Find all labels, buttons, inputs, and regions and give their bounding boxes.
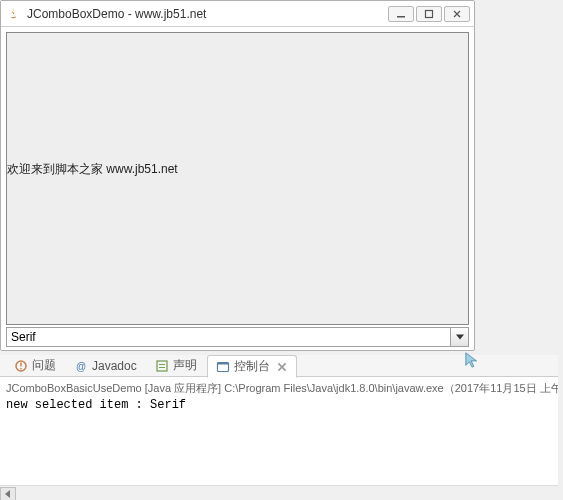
declaration-icon xyxy=(155,359,169,373)
console-icon xyxy=(216,360,230,374)
svg-rect-7 xyxy=(159,364,165,365)
tab-label: 控制台 xyxy=(234,358,270,375)
svg-rect-6 xyxy=(157,361,167,371)
app-window: JComboBoxDemo - www.jb51.net 欢迎来到脚本之家 ww… xyxy=(0,0,475,351)
console-view[interactable]: JComboBoxBasicUseDemo [Java 应用程序] C:\Pro… xyxy=(0,377,558,485)
svg-rect-3 xyxy=(20,362,21,366)
horizontal-scrollbar[interactable] xyxy=(0,485,558,500)
tab-label: 问题 xyxy=(32,357,56,374)
tab-label: Javadoc xyxy=(92,359,137,373)
scroll-left-button[interactable] xyxy=(0,487,16,501)
maximize-button[interactable] xyxy=(416,6,442,22)
window-title: JComboBoxDemo - www.jb51.net xyxy=(27,7,388,21)
close-icon[interactable] xyxy=(276,361,288,373)
console-process-label: JComboBoxBasicUseDemo [Java 应用程序] C:\Pro… xyxy=(6,381,552,396)
font-combobox[interactable] xyxy=(6,327,469,347)
svg-text:@: @ xyxy=(76,361,86,372)
tab-javadoc[interactable]: @ Javadoc xyxy=(66,357,145,375)
java-icon xyxy=(5,6,21,22)
problems-icon xyxy=(14,359,28,373)
svg-rect-1 xyxy=(426,10,433,17)
svg-rect-4 xyxy=(20,368,21,369)
panel-tabs: 问题 @ Javadoc 声明 控制台 xyxy=(0,355,558,377)
close-button[interactable] xyxy=(444,6,470,22)
tab-problems[interactable]: 问题 xyxy=(6,355,64,376)
tab-declaration[interactable]: 声明 xyxy=(147,355,205,376)
console-output-line: new selected item : Serif xyxy=(6,398,552,412)
svg-rect-10 xyxy=(217,362,228,364)
combobox-dropdown-button[interactable] xyxy=(451,327,469,347)
tab-label: 声明 xyxy=(173,357,197,374)
svg-rect-0 xyxy=(397,16,405,18)
tab-console[interactable]: 控制台 xyxy=(207,355,297,378)
window-controls xyxy=(388,6,470,22)
minimize-button[interactable] xyxy=(388,6,414,22)
combobox-input[interactable] xyxy=(6,327,451,347)
svg-rect-8 xyxy=(159,367,165,368)
ide-bottom-panel: 问题 @ Javadoc 声明 控制台 JComboBoxBasicUseDem… xyxy=(0,355,558,500)
javadoc-icon: @ xyxy=(74,359,88,373)
preview-panel: 欢迎来到脚本之家 www.jb51.net xyxy=(6,32,469,325)
window-client-area: 欢迎来到脚本之家 www.jb51.net xyxy=(1,27,474,350)
preview-text: 欢迎来到脚本之家 www.jb51.net xyxy=(7,161,178,178)
title-bar[interactable]: JComboBoxDemo - www.jb51.net xyxy=(1,1,474,27)
